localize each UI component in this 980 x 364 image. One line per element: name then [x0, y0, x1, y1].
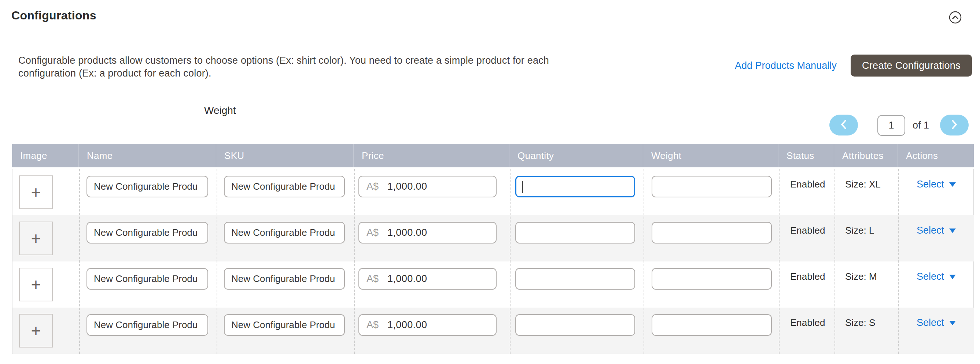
upload-image-button[interactable]: +	[19, 176, 53, 209]
header-image: Image	[12, 144, 79, 167]
add-products-manually-link[interactable]: Add Products Manually	[735, 60, 837, 71]
collapse-section-button[interactable]	[949, 11, 962, 24]
table-row: + A$ 1,000.00 Enabled Size: M Select	[13, 261, 974, 308]
column-divider	[354, 169, 355, 354]
plus-icon: +	[31, 322, 41, 339]
chevron-right-icon	[950, 119, 958, 131]
caret-down-icon	[949, 321, 956, 325]
column-divider	[644, 169, 644, 354]
column-divider	[898, 169, 899, 354]
page-number-input[interactable]	[877, 115, 905, 136]
header-quantity: Quantity	[509, 144, 643, 167]
upload-image-button[interactable]: +	[19, 222, 53, 255]
status-value: Enabled	[790, 179, 825, 190]
page-title: Configurations	[11, 9, 96, 22]
quantity-input[interactable]	[515, 268, 635, 290]
price-value: 1,000.00	[387, 227, 427, 238]
chevron-up-icon	[949, 19, 962, 25]
header-status: Status	[778, 144, 834, 167]
quantity-input[interactable]	[515, 176, 635, 197]
header-name: Name	[79, 144, 216, 167]
price-value: 1,000.00	[387, 181, 427, 192]
plus-icon: +	[31, 276, 41, 293]
create-configurations-button[interactable]: Create Configurations	[851, 55, 972, 76]
currency-prefix: A$	[366, 227, 379, 238]
select-label: Select	[916, 317, 944, 329]
table-header-row: Image Name SKU Price Quantity Weight Sta…	[12, 144, 974, 167]
name-input[interactable]	[86, 222, 208, 244]
quantity-input[interactable]	[515, 222, 635, 244]
table-row: + A$ 1,000.00 Enabled Size: S Select	[13, 308, 974, 354]
weight-input[interactable]	[652, 314, 772, 336]
column-divider	[835, 169, 835, 354]
select-actions-dropdown[interactable]: Select	[916, 317, 956, 329]
attributes-value: Size: M	[845, 271, 877, 282]
name-input[interactable]	[86, 268, 208, 290]
plus-icon: +	[31, 184, 41, 201]
page-count-label: of 1	[913, 120, 929, 131]
sku-input[interactable]	[224, 268, 345, 290]
column-divider	[216, 169, 217, 354]
status-value: Enabled	[790, 271, 825, 282]
name-input[interactable]	[86, 314, 208, 336]
header-weight: Weight	[643, 144, 778, 167]
plus-icon: +	[31, 230, 41, 247]
currency-prefix: A$	[366, 181, 379, 192]
price-value: 1,000.00	[387, 319, 427, 331]
upload-image-button[interactable]: +	[19, 268, 53, 301]
column-divider	[779, 169, 780, 354]
select-actions-dropdown[interactable]: Select	[916, 225, 956, 236]
column-divider	[79, 169, 80, 354]
previous-page-button[interactable]	[829, 115, 858, 136]
upload-image-button[interactable]: +	[19, 314, 53, 348]
name-input[interactable]	[86, 176, 208, 197]
caret-down-icon	[949, 182, 956, 187]
header-price: Price	[354, 144, 509, 167]
weight-input[interactable]	[652, 176, 772, 197]
price-value: 1,000.00	[387, 273, 427, 285]
select-actions-dropdown[interactable]: Select	[916, 271, 956, 282]
header-actions: Actions	[898, 144, 974, 167]
caret-down-icon	[949, 275, 956, 279]
sku-input[interactable]	[224, 222, 345, 244]
price-input[interactable]: A$ 1,000.00	[358, 268, 496, 290]
header-attributes: Attributes	[834, 144, 898, 167]
attributes-value: Size: XL	[845, 179, 881, 190]
table-row: + A$ 1,000.00 Enabled Size: XL Select	[13, 169, 974, 215]
section-description: Configurable products allow customers to…	[18, 54, 549, 80]
description-line-1: Configurable products allow customers to…	[18, 54, 549, 67]
status-value: Enabled	[790, 317, 825, 329]
weight-field-label: Weight	[204, 105, 236, 116]
weight-input[interactable]	[652, 222, 772, 244]
configurations-panel: Configurations Configurable products all…	[0, 0, 980, 364]
table-body: + A$ 1,000.00 Enabled Size: XL Select	[12, 169, 974, 354]
next-page-button[interactable]	[940, 115, 969, 136]
select-actions-dropdown[interactable]: Select	[916, 179, 956, 190]
column-divider	[510, 169, 511, 354]
select-label: Select	[916, 179, 944, 190]
sku-input[interactable]	[224, 314, 345, 336]
currency-prefix: A$	[366, 319, 379, 331]
chevron-left-icon	[840, 119, 848, 131]
quantity-input[interactable]	[515, 314, 635, 336]
text-cursor	[522, 181, 523, 193]
status-value: Enabled	[790, 225, 825, 236]
attributes-value: Size: L	[845, 225, 875, 236]
table-row: + A$ 1,000.00 Enabled Size: L Select	[13, 215, 974, 261]
price-input[interactable]: A$ 1,000.00	[358, 222, 496, 244]
header-sku: SKU	[216, 144, 354, 167]
attributes-value: Size: S	[845, 317, 875, 329]
price-input[interactable]: A$ 1,000.00	[358, 314, 496, 336]
sku-input[interactable]	[224, 176, 345, 197]
weight-input[interactable]	[652, 268, 772, 290]
caret-down-icon	[949, 228, 956, 233]
description-line-2: configuration (Ex: a product for each co…	[18, 67, 549, 80]
price-input[interactable]: A$ 1,000.00	[358, 176, 496, 197]
currency-prefix: A$	[366, 273, 379, 285]
configurations-table: Image Name SKU Price Quantity Weight Sta…	[12, 144, 974, 354]
select-label: Select	[916, 271, 944, 282]
select-label: Select	[916, 225, 944, 236]
